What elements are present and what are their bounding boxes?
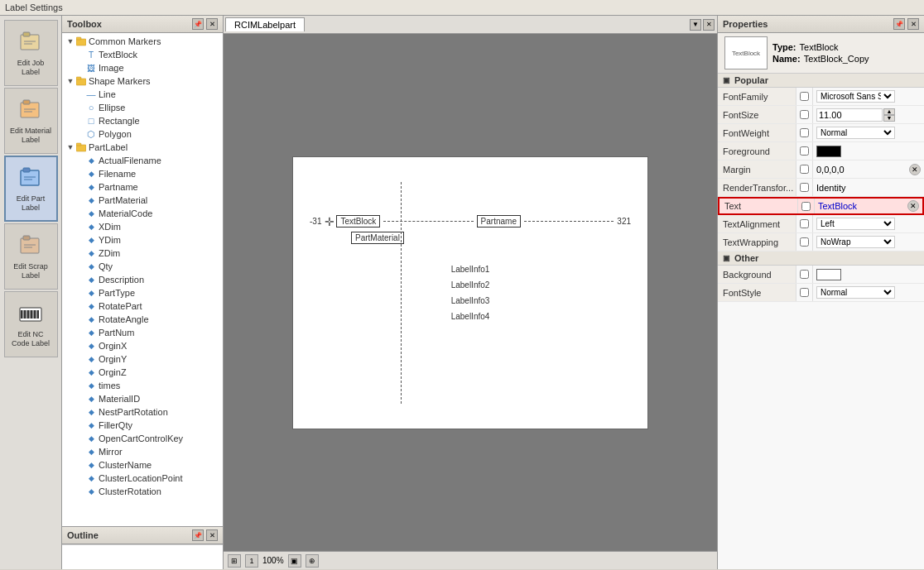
- tree-item-partmaterial[interactable]: ◆PartMaterial: [64, 194, 221, 207]
- tree-item-partnum[interactable]: ◆PartNum: [64, 326, 221, 339]
- tree-item-opencartcontrolkey[interactable]: ◆OpenCartControlKey: [64, 432, 221, 445]
- fontweight-select[interactable]: Normal: [816, 127, 895, 139]
- statusbar-icon1-button[interactable]: ▣: [288, 554, 301, 568]
- textblock-icon: T: [85, 49, 97, 60]
- tree-item-partname[interactable]: ◆Partname: [64, 180, 221, 194]
- edit-scrap-label-button[interactable]: Edit ScrapLabel: [4, 223, 58, 290]
- textwrapping-select[interactable]: NoWrap: [816, 236, 895, 248]
- fontstyle-checkbox[interactable]: [796, 284, 813, 301]
- tree-item-description[interactable]: ◆Description: [64, 273, 221, 286]
- partmaterial-element[interactable]: PartMaterial: [351, 232, 404, 244]
- tree-item-orginz[interactable]: ◆OrginZ: [64, 366, 221, 379]
- fontsize-up-button[interactable]: ▲: [883, 108, 895, 115]
- props-section-popular[interactable]: ▣ Popular: [718, 74, 924, 88]
- props-row-background: Background: [718, 266, 924, 284]
- text-checkbox[interactable]: [798, 199, 815, 213]
- tree-item-ydim[interactable]: ◆YDim: [64, 233, 221, 247]
- tree-item-parttype[interactable]: ◆PartType: [64, 286, 221, 299]
- labelinfo1: LabelInfo1: [451, 265, 490, 274]
- tree-item-actualfilename[interactable]: ◆ActualFilename: [64, 154, 221, 167]
- fontsize-checkbox[interactable]: [796, 106, 813, 123]
- svg-rect-8: [21, 170, 39, 185]
- foreground-color-swatch[interactable]: [816, 146, 841, 157]
- title-bar: Label Settings: [0, 0, 924, 16]
- tree-item-orginx[interactable]: ◆OrginX: [64, 339, 221, 352]
- textalignment-select[interactable]: Left: [816, 218, 895, 230]
- tree-item-filename[interactable]: ◆Filename: [64, 167, 221, 180]
- statusbar-zoom-fit-button[interactable]: ⊞: [228, 554, 241, 568]
- tree-item-nestpartrotation[interactable]: ◆NestPartRotation: [64, 405, 221, 419]
- tree-item-rotatepart[interactable]: ◆RotatePart: [64, 299, 221, 313]
- labelinfo-group: LabelInfo1 LabelInfo2 LabelInfo3 LabelIn…: [293, 265, 647, 321]
- left-sidebar: Edit JobLabel Edit MaterialLabel: [0, 16, 62, 569]
- tree-item-rotateangle[interactable]: ◆RotateAngle: [64, 313, 221, 326]
- props-row-textwrapping: TextWrapping NoWrap: [718, 233, 924, 251]
- textblock-element[interactable]: TextBlock: [336, 215, 380, 228]
- tree-item-mirror[interactable]: ◆Mirror: [64, 445, 221, 458]
- tree-item-fillerqty[interactable]: ◆FillerQty: [64, 419, 221, 432]
- textalignment-checkbox[interactable]: [796, 215, 813, 232]
- tree-item-ellipse[interactable]: ○ Ellipse: [64, 101, 221, 114]
- fontstyle-select[interactable]: Normal: [816, 286, 895, 299]
- tree-item-qty[interactable]: ◆Qty: [64, 260, 221, 273]
- fontsize-down-button[interactable]: ▼: [883, 115, 895, 122]
- rendertransform-checkbox[interactable]: [796, 179, 813, 196]
- props-section-other[interactable]: ▣ Other: [718, 251, 924, 266]
- canvas-content[interactable]: -31 ✛ TextBlock Partname 321: [224, 34, 717, 551]
- tree-item-zdim[interactable]: ◆ZDim: [64, 247, 221, 260]
- edit-material-label-button[interactable]: Edit MaterialLabel: [4, 88, 58, 154]
- properties-close-button[interactable]: ✕: [907, 18, 919, 30]
- outline-close-button[interactable]: ✕: [206, 529, 218, 541]
- tree-item-materialid[interactable]: ◆MaterialID: [64, 392, 221, 405]
- canvas-dropdown-button[interactable]: ▼: [690, 19, 701, 31]
- tree-item-clusterrotation[interactable]: ◆ClusterRotation: [64, 485, 221, 498]
- tree-item-orginy[interactable]: ◆OrginY: [64, 352, 221, 366]
- edit-nc-code-label-button[interactable]: Edit NCCode Label: [4, 291, 58, 357]
- textalignment-value: Left: [813, 218, 924, 230]
- properties-panel: Properties 📌 ✕ TextBlock Type: TextBlock…: [717, 16, 924, 569]
- tree-item-image[interactable]: 🖼 Image: [64, 61, 221, 74]
- textwrapping-checkbox[interactable]: [796, 233, 813, 251]
- foreground-checkbox[interactable]: [796, 142, 813, 160]
- toolbox-pin-button[interactable]: 📌: [192, 18, 204, 30]
- outline-pin-button[interactable]: 📌: [192, 529, 204, 541]
- edit-part-label-icon: [17, 165, 44, 192]
- tree-item-materialcode[interactable]: ◆MaterialCode: [64, 207, 221, 220]
- type-label: Type:: [772, 42, 796, 52]
- fontsize-label: FontSize: [718, 106, 796, 123]
- edit-part-label-button[interactable]: Edit PartLabel: [4, 156, 58, 222]
- background-checkbox[interactable]: [796, 266, 813, 283]
- fontfamily-select[interactable]: Microsoft Sans S: [816, 90, 895, 103]
- canvas-tab-rcimlabelpart[interactable]: RCIMLabelpart: [225, 17, 305, 31]
- rendertransform-value: Identity: [813, 183, 924, 193]
- tree-item-textblock[interactable]: T TextBlock: [64, 48, 221, 61]
- toolbox-close-button[interactable]: ✕: [206, 18, 218, 30]
- text-clear-button[interactable]: ✕: [907, 200, 919, 212]
- tree-item-xdim[interactable]: ◆XDim: [64, 220, 221, 233]
- tree-section-part-label[interactable]: ▼ PartLabel: [64, 141, 221, 154]
- tree-item-clusterlocationpoint[interactable]: ◆ClusterLocationPoint: [64, 472, 221, 485]
- tree-item-rectangle[interactable]: □ Rectangle: [64, 114, 221, 127]
- tree-item-line[interactable]: — Line: [64, 88, 221, 101]
- statusbar-icon2-button[interactable]: ⊕: [306, 554, 319, 568]
- edit-job-label-button[interactable]: Edit JobLabel: [4, 20, 58, 86]
- tree-section-common-markers[interactable]: ▼ Common Markers: [64, 35, 221, 48]
- margin-clear-button[interactable]: ✕: [909, 164, 921, 175]
- tree-item-times[interactable]: ◆times: [64, 379, 221, 392]
- tree-section-shape-markers[interactable]: ▼ Shape Markers: [64, 74, 221, 88]
- fontsize-input[interactable]: [816, 108, 883, 122]
- fontweight-checkbox[interactable]: [796, 124, 813, 141]
- statusbar-zoom-100-button[interactable]: 1: [245, 554, 258, 568]
- name-value: TextBlock_Copy: [804, 54, 869, 64]
- margin-checkbox[interactable]: [796, 160, 813, 178]
- background-color-swatch[interactable]: [816, 269, 841, 280]
- props-row-fontsize: FontSize ▲ ▼: [718, 106, 924, 124]
- partname-element[interactable]: Partname: [477, 215, 521, 228]
- edit-scrap-label-icon: [17, 233, 44, 260]
- properties-pin-button[interactable]: 📌: [893, 18, 905, 30]
- tree-item-clustername[interactable]: ◆ClusterName: [64, 458, 221, 472]
- fontfamily-checkbox[interactable]: [796, 88, 813, 105]
- tree-item-polygon[interactable]: ⬡ Polygon: [64, 127, 221, 141]
- canvas-close-button[interactable]: ✕: [703, 19, 715, 31]
- textblock-label: TextBlock: [99, 50, 137, 60]
